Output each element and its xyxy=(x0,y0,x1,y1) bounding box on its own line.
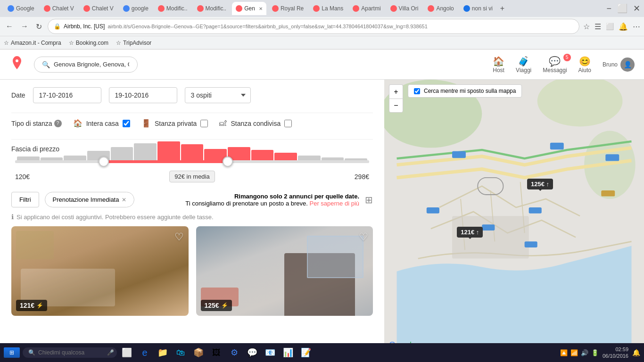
new-tab-button[interactable]: + xyxy=(500,4,504,13)
grid-view-icon[interactable]: ⊞ xyxy=(365,194,373,206)
system-tray-icons: 🔼 📶 🔊 🔋 xyxy=(560,349,599,356)
forward-button[interactable]: → xyxy=(19,20,30,33)
outlook-icon[interactable]: 📧 xyxy=(263,346,277,360)
filtri-button[interactable]: Filtri xyxy=(11,192,39,207)
stanza-privata-checkbox[interactable] xyxy=(200,120,208,127)
tab-royal[interactable]: Royal Re xyxy=(268,2,307,15)
search-input[interactable] xyxy=(54,61,129,68)
hist-bar-5 xyxy=(111,147,133,160)
hist-bar-1 xyxy=(17,156,40,160)
zoom-in-button[interactable]: + xyxy=(389,84,403,99)
map-price-marker-1[interactable]: 125€ ↑ xyxy=(527,179,553,189)
photos-icon[interactable]: 🖼 xyxy=(209,346,223,360)
tab-angolo[interactable]: Angolo xyxy=(424,2,457,15)
minimize-button[interactable]: − xyxy=(606,4,611,14)
menu-icon[interactable]: ☰ xyxy=(594,22,601,31)
slider-thumb-min[interactable] xyxy=(99,156,109,167)
map-search-checkbox[interactable] xyxy=(414,88,420,94)
more-options-icon[interactable]: ⋯ xyxy=(633,22,640,31)
room-option-condivisa[interactable]: 🛋 Stanza condivisa xyxy=(219,119,292,128)
bookmark-booking[interactable]: ☆ Booking.com xyxy=(69,40,108,46)
stanza-privata-icon: 🚪 xyxy=(141,119,151,128)
prenotazione-close-icon[interactable]: ✕ xyxy=(122,197,126,203)
intera-casa-checkbox[interactable] xyxy=(123,120,130,127)
bookmark-amazon-label: Amazon.it - Compra xyxy=(11,40,61,46)
guests-select[interactable]: 3 ospiti 1 ospite 2 ospiti 4 ospiti 5 os… xyxy=(185,87,251,103)
chrome-icon[interactable]: ⚙ xyxy=(227,346,241,360)
tab-lamans[interactable]: La Mans xyxy=(309,2,347,15)
nav-user[interactable]: Bruno 👤 xyxy=(603,58,635,72)
zoom-out-button[interactable]: − xyxy=(389,99,403,113)
microphone-icon[interactable]: 🎤 xyxy=(107,349,114,356)
nav-host[interactable]: 🏠 Host xyxy=(493,56,504,74)
address-bar[interactable]: 🔒 Airbnb, Inc. [US] airbnb.it/s/Genova-B… xyxy=(48,19,579,34)
left-panel: Date 3 ospiti 1 ospite 2 ospiti 4 ospiti… xyxy=(0,80,384,362)
nav-travel[interactable]: 🧳 Viaggi xyxy=(516,56,531,74)
skype-icon[interactable]: 💬 xyxy=(245,346,259,360)
tab-apartmi[interactable]: Apartmi xyxy=(349,2,384,15)
taskbar-time: 02:59 xyxy=(603,346,628,353)
bookmark-amazon[interactable]: ☆ Amazon.it - Compra xyxy=(4,40,61,46)
notification-icon[interactable]: 🔔 xyxy=(619,22,628,31)
prenotazione-button[interactable]: Prenotazione Immediata ✕ xyxy=(45,192,135,207)
listing-heart-2[interactable]: ♡ xyxy=(359,231,368,243)
edge-icon[interactable]: e xyxy=(138,346,152,360)
map-price-marker-2[interactable]: 121€ ↑ xyxy=(457,227,483,238)
close-button[interactable]: ✕ xyxy=(633,3,640,14)
start-button[interactable]: ⊞ xyxy=(4,347,20,358)
tab-modifica1[interactable]: Modific.. xyxy=(154,2,191,15)
back-button[interactable]: ← xyxy=(4,20,15,33)
room-option-intera[interactable]: 🏠 Intera casa xyxy=(73,119,130,128)
taskbar-search-input[interactable] xyxy=(38,349,104,356)
reload-button[interactable]: ↻ xyxy=(34,20,44,33)
taskbar-clock[interactable]: 02:59 06/10/2016 xyxy=(603,346,628,360)
alert-message-container: Rimangono solo 2 annunci per quelle date… xyxy=(140,193,359,207)
map-toolbar: + − xyxy=(389,84,403,113)
search-icon: 🔍 xyxy=(42,61,50,68)
word-icon[interactable]: 📝 xyxy=(299,346,313,360)
wifi-icon[interactable]: 📶 xyxy=(570,349,578,356)
window-controls: − ⬜ ✕ xyxy=(606,3,640,14)
excel-icon[interactable]: 📊 xyxy=(281,346,295,360)
store-icon[interactable]: 🛍 xyxy=(173,346,188,360)
maximize-button[interactable]: ⬜ xyxy=(617,3,627,14)
taskbar-search-bar[interactable]: 🔍 🎤 xyxy=(23,347,117,358)
alert-link[interactable]: Per saperne di più xyxy=(309,200,359,207)
date-to-input[interactable] xyxy=(109,87,177,103)
tab-nonsivi[interactable]: non si vi xyxy=(460,2,496,15)
tab-gen-active[interactable]: Gen ✕ xyxy=(232,2,266,15)
tab-chalet2[interactable]: Chalet V xyxy=(80,2,117,15)
svg-rect-12 xyxy=(605,154,619,161)
listing-heart-1[interactable]: ♡ xyxy=(174,231,184,243)
volume-icon[interactable]: 🔊 xyxy=(581,349,588,356)
windows-icon: ⊞ xyxy=(9,349,14,356)
date-from-input[interactable] xyxy=(33,87,101,103)
tab-chalet1[interactable]: Chalet V xyxy=(40,2,78,15)
task-view-button[interactable]: ⬜ xyxy=(120,346,134,360)
nav-help[interactable]: 😊 Aiuto xyxy=(578,56,591,74)
tab-google2[interactable]: google xyxy=(119,2,152,15)
dropbox-icon[interactable]: 📦 xyxy=(191,346,206,360)
nav-messages[interactable]: 💬 5 Messaggi xyxy=(543,56,567,74)
cast-icon[interactable]: ⬜ xyxy=(606,23,614,30)
bookmark-tripadvisor[interactable]: ☆ TripAdvisor xyxy=(116,40,151,46)
notification-panel-icon[interactable]: 🔔 xyxy=(632,349,640,356)
airbnb-logo[interactable] xyxy=(9,55,25,74)
room-option-privata[interactable]: 🚪 Stanza privata xyxy=(141,119,208,128)
price-slider[interactable] xyxy=(15,160,369,163)
bookmark-star-icon[interactable]: ☆ xyxy=(583,22,590,31)
messages-icon: 💬 xyxy=(549,56,561,67)
app-search-bar[interactable]: 🔍 xyxy=(34,57,138,73)
listing-bolt-1: ⚡ xyxy=(36,302,43,309)
slider-thumb-max[interactable] xyxy=(223,156,233,167)
listing-card-2[interactable]: ♡ 125€ ⚡ xyxy=(196,226,373,316)
listing-card-1[interactable]: ♡ 121€ ⚡ xyxy=(11,226,189,316)
tab-modifica2[interactable]: Modific.. xyxy=(193,2,231,15)
stanza-condivisa-checkbox[interactable] xyxy=(284,120,292,127)
map-container: + − Cerca mentre mi sposto sulla mappa 1… xyxy=(384,80,644,362)
room-type-help-icon[interactable]: ? xyxy=(54,120,62,127)
tab-villaori[interactable]: Villa Ori xyxy=(387,2,422,15)
explorer-icon[interactable]: 📁 xyxy=(156,346,170,360)
tab-close-gen[interactable]: ✕ xyxy=(259,6,263,11)
tab-google[interactable]: Google xyxy=(4,2,38,15)
